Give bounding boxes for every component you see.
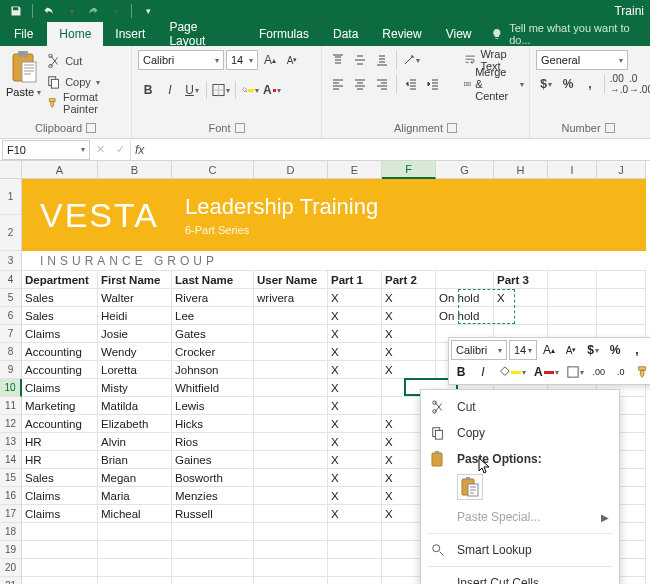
mini-format-painter[interactable] <box>633 362 650 382</box>
cell[interactable]: Rivera <box>172 289 254 307</box>
cell[interactable] <box>548 289 597 307</box>
row-header[interactable]: 8 <box>0 343 22 361</box>
cell[interactable] <box>597 289 646 307</box>
copy-button[interactable]: Copy▾ <box>47 73 125 91</box>
cell[interactable]: Accounting <box>22 343 98 361</box>
cell[interactable] <box>22 523 98 541</box>
mini-percent[interactable]: % <box>605 340 625 360</box>
col-header[interactable]: G <box>436 161 494 179</box>
cell[interactable]: Claims <box>22 505 98 523</box>
cell[interactable] <box>22 577 98 584</box>
tab-file[interactable]: File <box>0 22 47 46</box>
cell[interactable] <box>254 397 328 415</box>
increase-indent-button[interactable] <box>423 74 443 94</box>
ctx-smart-lookup[interactable]: Smart Lookup <box>421 537 619 563</box>
header-cell[interactable]: Part 3 <box>494 271 548 289</box>
redo-dropdown[interactable]: ▾ <box>105 2 125 20</box>
cell[interactable]: Accounting <box>22 415 98 433</box>
col-header[interactable]: F <box>382 161 436 179</box>
cell[interactable] <box>548 307 597 325</box>
row-header[interactable]: 14 <box>0 451 22 469</box>
cell[interactable] <box>254 469 328 487</box>
cell[interactable]: Bosworth <box>172 469 254 487</box>
cell[interactable]: X <box>494 289 548 307</box>
cell[interactable]: Sales <box>22 307 98 325</box>
cell[interactable]: Heidi <box>98 307 172 325</box>
cell[interactable]: Claims <box>22 325 98 343</box>
decrease-font-button[interactable]: A▾ <box>282 50 302 70</box>
cell[interactable]: Lewis <box>172 397 254 415</box>
cell[interactable] <box>22 559 98 577</box>
cell[interactable]: Accounting <box>22 361 98 379</box>
font-size-combo[interactable]: 14▾ <box>226 50 258 70</box>
ctx-insert-cut-cells[interactable]: Insert Cut Cells... <box>421 570 619 584</box>
borders-button[interactable]: ▾ <box>211 80 231 100</box>
cell[interactable]: X <box>328 505 382 523</box>
row-header[interactable]: 20 <box>0 559 22 577</box>
row-header[interactable]: 1 <box>0 179 22 215</box>
cell[interactable]: Loretta <box>98 361 172 379</box>
cell[interactable] <box>597 307 646 325</box>
tell-me-search[interactable]: Tell me what you want to do... <box>491 22 650 46</box>
increase-font-button[interactable]: A▴ <box>260 50 280 70</box>
tab-formulas[interactable]: Formulas <box>247 22 321 46</box>
cell[interactable]: Russell <box>172 505 254 523</box>
col-header[interactable]: I <box>548 161 597 179</box>
cell[interactable]: Elizabeth <box>98 415 172 433</box>
cell[interactable]: X <box>382 289 436 307</box>
row-header[interactable]: 9 <box>0 361 22 379</box>
font-color-button[interactable]: A▾ <box>262 80 282 100</box>
align-bottom-button[interactable] <box>372 50 392 70</box>
cell[interactable]: Menzies <box>172 487 254 505</box>
tab-view[interactable]: View <box>434 22 484 46</box>
cell[interactable]: Walter <box>98 289 172 307</box>
decrease-indent-button[interactable] <box>401 74 421 94</box>
cell[interactable]: On hold <box>436 289 494 307</box>
mini-decrease-font[interactable]: A▾ <box>561 340 581 360</box>
orientation-button[interactable]: ▾ <box>401 50 421 70</box>
col-header[interactable]: D <box>254 161 328 179</box>
mini-font-size[interactable]: 14▾ <box>509 340 537 360</box>
cell[interactable] <box>254 487 328 505</box>
header-cell[interactable]: User Name <box>254 271 328 289</box>
cell[interactable]: X <box>382 361 436 379</box>
mini-borders[interactable]: ▾ <box>564 362 587 382</box>
cell[interactable] <box>328 577 382 584</box>
fx-icon[interactable]: fx <box>135 143 144 157</box>
select-all-corner[interactable] <box>0 161 22 179</box>
cell[interactable] <box>254 325 328 343</box>
mini-italic[interactable]: I <box>473 362 493 382</box>
col-header[interactable]: J <box>597 161 646 179</box>
cell[interactable] <box>328 523 382 541</box>
cell[interactable] <box>328 541 382 559</box>
cell[interactable] <box>254 451 328 469</box>
save-icon[interactable] <box>6 2 26 20</box>
cell[interactable] <box>98 577 172 584</box>
cell[interactable] <box>328 559 382 577</box>
row-header[interactable]: 11 <box>0 397 22 415</box>
cell[interactable]: X <box>328 325 382 343</box>
dialog-launcher-icon[interactable] <box>605 123 615 133</box>
cell[interactable]: Josie <box>98 325 172 343</box>
cell[interactable]: X <box>328 469 382 487</box>
mini-dec-decimal[interactable]: .0 <box>611 362 631 382</box>
format-painter-button[interactable]: Format Painter <box>47 94 125 112</box>
cell[interactable]: Claims <box>22 487 98 505</box>
cell[interactable]: Brian <box>98 451 172 469</box>
cell[interactable] <box>254 541 328 559</box>
mini-fill-color[interactable]: ▾ <box>495 362 529 382</box>
cell[interactable]: X <box>328 451 382 469</box>
cell[interactable] <box>172 541 254 559</box>
cell[interactable]: X <box>328 343 382 361</box>
cell[interactable]: X <box>328 397 382 415</box>
cell[interactable] <box>98 523 172 541</box>
mini-increase-font[interactable]: A▴ <box>539 340 559 360</box>
tab-home[interactable]: Home <box>47 22 103 46</box>
align-top-button[interactable] <box>328 50 348 70</box>
cell[interactable]: X <box>328 361 382 379</box>
cell[interactable]: Misty <box>98 379 172 397</box>
accounting-format-button[interactable]: $▾ <box>536 74 556 94</box>
merge-center-button[interactable]: Merge & Center▾ <box>459 74 529 94</box>
cell[interactable]: X <box>328 379 382 397</box>
cell[interactable] <box>172 559 254 577</box>
